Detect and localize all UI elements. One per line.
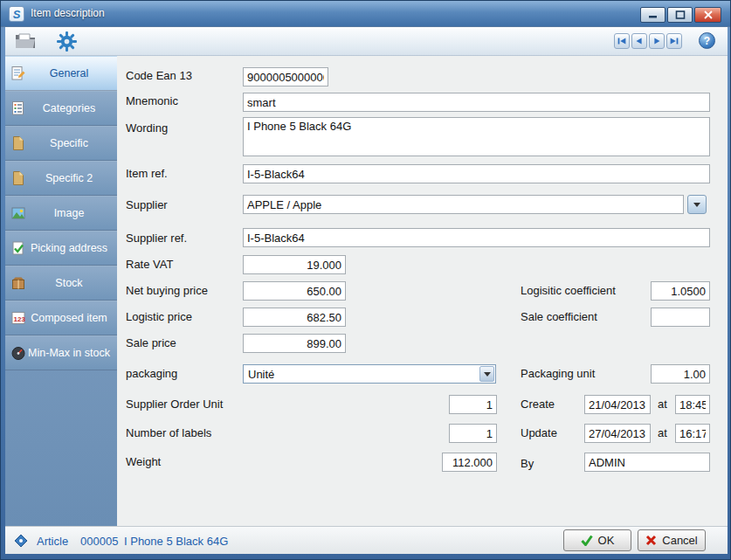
weight-field[interactable] <box>442 453 497 472</box>
ok-button[interactable]: OK <box>563 529 631 551</box>
logistic-coefficient-field[interactable] <box>651 281 710 301</box>
update-time-field[interactable] <box>675 424 710 443</box>
rate-vat-label: Rate VAT <box>126 258 173 271</box>
sale-coefficient-field[interactable] <box>651 308 710 327</box>
gauge-icon <box>10 345 26 361</box>
document-icon <box>10 135 26 151</box>
sidebar-item-label: Specific <box>26 137 112 149</box>
by-label: By <box>521 457 534 470</box>
item-ref-label: Item ref. <box>126 167 168 180</box>
supplier-order-unit-field[interactable] <box>449 395 497 414</box>
close-icon <box>703 10 714 19</box>
net-buying-price-label: Net buying price <box>126 284 208 297</box>
categories-icon <box>10 100 26 116</box>
item-ref-field[interactable] <box>243 164 710 183</box>
sidebar-item-min-max-in-stock[interactable]: Min-Max in stock <box>5 335 117 370</box>
packaging-select[interactable]: Unité <box>243 364 496 384</box>
nav-prev-icon <box>633 35 645 47</box>
record-navigation <box>614 33 682 49</box>
update-at-label: at <box>658 426 667 439</box>
nav-next-icon <box>651 35 663 47</box>
supplier-label: Supplier <box>126 198 168 211</box>
update-date-field[interactable] <box>584 424 651 443</box>
nav-last-icon <box>668 35 680 47</box>
logistic-price-label: Logistic price <box>126 310 192 323</box>
nav-next-button[interactable] <box>649 33 665 49</box>
sidebar-item-label: Stock <box>26 277 112 289</box>
logistic-price-field[interactable] <box>243 308 346 327</box>
code-ean13-label: Code Ean 13 <box>126 69 192 82</box>
weight-label: Weight <box>126 455 161 468</box>
sidebar-item-label: Composed item <box>26 312 112 324</box>
sidebar: General Categories Specific Specific 2 <box>5 56 117 526</box>
rate-vat-field[interactable] <box>243 255 346 274</box>
folder-icon <box>14 31 37 51</box>
sidebar-item-categories[interactable]: Categories <box>5 91 117 126</box>
sidebar-item-specific[interactable]: Specific <box>5 126 117 161</box>
maximize-button[interactable] <box>667 7 693 23</box>
help-icon: ? <box>704 35 710 47</box>
ok-check-icon <box>581 535 593 546</box>
combo-button[interactable] <box>479 366 494 382</box>
wording-field[interactable]: I Phone 5 Black 64G <box>243 117 710 156</box>
app-icon: S <box>9 6 24 22</box>
sidebar-item-label: Picking address <box>26 242 112 254</box>
minimize-button[interactable] <box>640 7 665 23</box>
create-label: Create <box>521 398 555 411</box>
sidebar-item-image[interactable]: Image <box>5 196 117 231</box>
close-button[interactable] <box>694 7 721 23</box>
mnemonic-label: Mnemonic <box>126 94 178 107</box>
mnemonic-field[interactable] <box>243 93 710 112</box>
titlebar: S Item description <box>1 1 730 27</box>
sale-price-label: Sale price <box>126 336 176 349</box>
number-of-labels-field[interactable] <box>449 424 497 443</box>
sidebar-item-label: Categories <box>26 102 112 114</box>
create-date-field[interactable] <box>584 395 651 414</box>
toolbar: ? <box>5 27 728 56</box>
cancel-button-label: Cancel <box>662 534 697 547</box>
sidebar-item-composed-item[interactable]: 123 Composed item <box>5 301 117 335</box>
form-icon <box>10 66 26 81</box>
create-time-field[interactable] <box>675 395 710 414</box>
help-button[interactable]: ? <box>699 32 715 49</box>
nav-prev-button[interactable] <box>631 33 647 49</box>
article-icon <box>14 534 28 548</box>
supplier-order-unit-label: Supplier Order Unit <box>126 398 223 411</box>
supplier-lookup-button[interactable] <box>687 195 707 214</box>
logistic-coefficient-label: Logisitic coefficient <box>521 284 616 297</box>
nav-last-button[interactable] <box>666 33 682 49</box>
sale-price-field[interactable] <box>243 334 346 353</box>
sidebar-item-stock[interactable]: Stock <box>5 266 117 301</box>
entity-id: 000005 <box>80 535 118 548</box>
entity-label: Article <box>37 535 68 548</box>
update-label: Update <box>521 426 557 439</box>
sidebar-item-label: Min-Max in stock <box>26 347 112 359</box>
box-icon <box>10 275 26 291</box>
number-of-labels-label: Number of labels <box>126 426 211 439</box>
maximize-icon <box>675 10 686 19</box>
sidebar-item-specific-2[interactable]: Specific 2 <box>5 161 117 196</box>
by-field[interactable] <box>584 453 710 472</box>
code-ean13-field[interactable] <box>243 67 328 86</box>
wording-label: Wording <box>126 121 168 135</box>
sidebar-item-general[interactable]: General <box>5 56 117 91</box>
nav-first-button[interactable] <box>614 33 630 49</box>
chevron-down-icon <box>484 372 491 380</box>
entity-name: I Phone 5 Black 64G <box>124 535 228 548</box>
supplier-ref-label: Supplier ref. <box>126 232 187 245</box>
packaging-unit-field[interactable] <box>651 364 710 384</box>
open-button[interactable] <box>14 31 37 54</box>
numbers-icon: 123 <box>10 310 26 326</box>
chevron-down-icon <box>693 203 700 211</box>
sidebar-item-picking-address[interactable]: Picking address <box>5 231 117 266</box>
sidebar-item-label: General <box>26 67 112 80</box>
cancel-button[interactable]: Cancel <box>638 529 706 551</box>
statusbar: Article 000005 I Phone 5 Black 64G OK Ca… <box>5 526 728 554</box>
item-description-window: S Item description <box>0 0 731 560</box>
supplier-ref-field[interactable] <box>243 228 710 247</box>
settings-button[interactable] <box>56 31 78 56</box>
gear-icon <box>56 31 78 52</box>
image-icon <box>10 205 26 221</box>
net-buying-price-field[interactable] <box>243 281 346 301</box>
supplier-field[interactable] <box>243 195 684 214</box>
